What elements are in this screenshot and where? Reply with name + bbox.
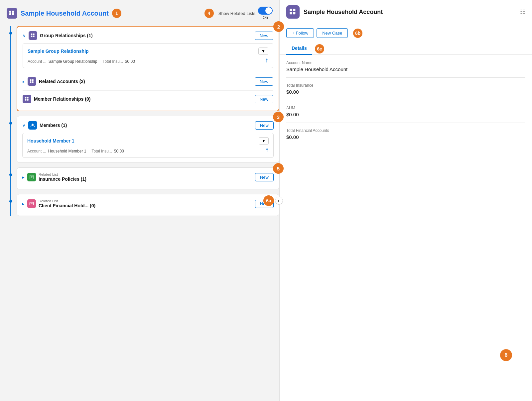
client-financial-chevron[interactable]: ▸ [22,201,25,206]
related-accounts-chevron[interactable]: ▸ [23,79,25,84]
left-panel: Sample Household Account 1 4 Show Relate… [0,0,279,401]
group-relationships-count: (1) [87,33,93,38]
insurance-policies-chevron[interactable]: ▸ [22,175,25,180]
group-relationship-field2-label: Total Insu... [102,59,123,64]
member-relationships-header: Member Relationships (0) New [23,95,273,103]
insurance-policies-group: 5 ▸ Related List Insurance Policies (1) [17,167,279,189]
group-relationship-record-header: Sample Group Relationship ▼ [28,48,268,55]
client-financial-header-left: ▸ Related List Client Financial Hold... … [22,199,95,208]
show-related-toggle[interactable] [258,7,273,15]
total-financial-value: $0.00 [286,134,525,140]
annotation-6b: 6b [353,29,362,38]
group-relationships-chevron[interactable]: ∨ [23,33,26,38]
follow-label: Follow [296,31,309,36]
client-financial-sub-label: Related List [39,199,95,203]
annotation-5: 5 [273,163,284,174]
right-panel: 6a ▸ Sample Household Account ☷ + Follow… [279,0,532,401]
group-relationships-header-left: ∨ Group Relationships (1) [23,31,93,40]
show-related-toggle-area: 4 Show Related Lists On [204,7,273,20]
group-relationship-field1-label: Account ... [28,59,47,64]
aum-value: $0.00 [286,112,525,117]
timeline-area: 2 ∨ Group Relationships (1) New [7,26,279,216]
insurance-policies-sub-label: Related List [39,172,86,176]
account-name-label: Account Name [286,60,525,65]
members-card: 3 ∨ Members (1) New [17,116,279,163]
svg-rect-23 [290,9,292,11]
group-relationship-dropdown-btn[interactable]: ▼ [258,48,268,55]
svg-rect-3 [12,13,14,15]
group-relationship-field2-value: $0.00 [125,59,135,64]
client-financial-group: ▸ Related List Client Financial Hold... … [17,194,279,216]
highlighted-group: 2 ∨ Group Relationships (1) New [17,26,279,111]
members-group: 3 ∨ Members (1) New [17,116,279,163]
right-header: Sample Household Account ☷ [280,0,532,24]
svg-rect-25 [290,12,292,14]
annotation-3: 3 [273,112,284,122]
client-financial-count: (0) [90,203,95,208]
member-field1-label: Account ... [27,149,46,153]
member-field2-value: $0.00 [114,149,124,153]
insurance-policies-new-btn[interactable]: New [255,173,274,181]
members-new-btn[interactable]: New [255,121,274,130]
insurance-policies-header-left: ▸ Related List Insurance Policies (1) [22,172,86,182]
group-relationship-field-1: Account ... Sample Group Relationship [28,59,97,64]
svg-rect-14 [25,99,27,101]
insurance-policies-title: Insurance Policies (1) [39,176,86,182]
group-relationships-new-btn[interactable]: New [255,32,273,40]
client-financial-title: Client Financial Hold... (0) [39,203,95,208]
members-chevron[interactable]: ∨ [22,123,26,128]
insurance-policies-title-wrapper: Related List Insurance Policies (1) [39,172,86,182]
hierarchy-icon-1[interactable]: ☨ [265,57,268,64]
member-record-title[interactable]: Household Member 1 [27,138,74,144]
members-count: (1) [61,123,67,128]
svg-rect-6 [31,36,33,37]
follow-plus-icon: + [292,31,295,36]
related-accounts-new-btn[interactable]: New [255,77,273,86]
member-relationships-icon [23,95,31,103]
related-accounts-header: ▸ Related Accounts (2) New [23,77,273,86]
member-field1-value: Household Member 1 [48,149,86,153]
page-title: Sample Household Account [21,10,109,17]
member-relationships-title: Member Relationships (0) [34,96,90,102]
member-record-footer: Account ... Household Member 1 Total Ins… [27,147,269,153]
hierarchy-icon-2[interactable]: ☨ [266,147,269,153]
svg-rect-8 [30,79,32,81]
show-related-label: Show Related Lists [218,11,255,16]
client-financial-title-wrapper: Related List Client Financial Hold... (0… [39,199,95,208]
svg-rect-26 [293,12,295,14]
annotation-6a: 6a [263,195,274,206]
group-relationship-title[interactable]: Sample Group Relationship [28,49,89,54]
member-field-1: Account ... Household Member 1 [27,149,86,153]
follow-button[interactable]: + Follow [286,28,314,38]
member-relationships-new-btn[interactable]: New [255,95,273,103]
svg-rect-9 [32,79,34,81]
aum-label: AUM [286,106,525,110]
timeline-dot-1 [9,32,12,35]
svg-rect-7 [33,36,35,37]
collapse-panel-btn[interactable]: 6a ▸ [275,197,283,205]
insurance-policies-icon [27,173,36,181]
client-financial-icon [27,199,36,208]
member-record-dropdown-btn[interactable]: ▼ [259,137,269,145]
total-insurance-label: Total Insurance [286,83,525,88]
insurance-policies-count: (1) [81,176,86,182]
new-case-button[interactable]: New Case [317,28,348,38]
share-icon[interactable]: ☷ [520,8,525,16]
group-relationships-icon [29,31,37,40]
svg-rect-15 [27,99,29,101]
members-title: Members (1) [40,123,67,128]
member-record: Household Member 1 ▼ Account ... Househo… [22,133,274,158]
group-relationships-header: ∨ Group Relationships (1) New [23,31,273,40]
group-relationships-title: Group Relationships (1) [40,33,93,38]
left-header: Sample Household Account 1 4 Show Relate… [7,7,279,20]
account-icon [7,8,17,19]
annotation-2: 2 [273,21,284,32]
related-accounts-header-left: ▸ Related Accounts (2) [23,77,85,86]
group-relationship-field1-value: Sample Group Relationship [49,59,97,64]
total-insurance-item: Total Insurance $0.00 [286,83,525,100]
tab-details[interactable]: Details [286,42,312,55]
timeline-dot-2 [9,122,12,125]
insurance-policies-card: 5 ▸ Related List Insurance Policies (1) [17,167,279,189]
group-relationship-record-footer: Account ... Sample Group Relationship To… [28,57,268,64]
svg-rect-1 [12,11,14,13]
